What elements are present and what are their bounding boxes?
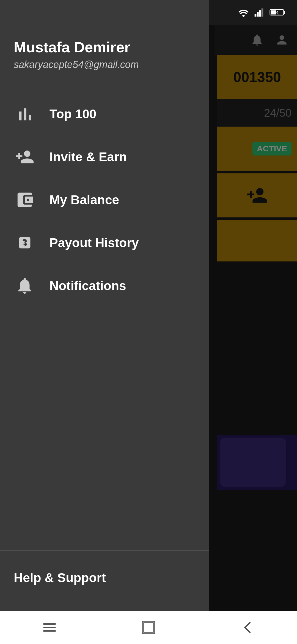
svg-text:₿: ₿ xyxy=(23,241,25,246)
svg-rect-3 xyxy=(262,8,263,17)
svg-rect-2 xyxy=(259,10,261,17)
menu-label-invite-earn: Invite & Earn xyxy=(50,149,127,164)
wallet-icon xyxy=(14,189,36,211)
menu-item-top100[interactable]: Top 100 xyxy=(0,92,209,135)
svg-rect-1 xyxy=(257,12,259,17)
bell-icon xyxy=(14,275,36,297)
square-icon xyxy=(140,619,157,636)
status-icons xyxy=(237,8,286,17)
help-support-label: Help & Support xyxy=(14,571,106,585)
menu-label-notifications: Notifications xyxy=(50,278,126,293)
wifi-icon xyxy=(237,8,250,17)
svg-marker-7 xyxy=(276,10,279,15)
bitcoin-icon: ₿ xyxy=(14,232,36,254)
svg-rect-6 xyxy=(271,10,276,15)
nav-home-button[interactable] xyxy=(132,616,165,638)
menu-label-my-balance: My Balance xyxy=(50,192,119,207)
nav-back-button[interactable] xyxy=(231,616,264,638)
svg-rect-5 xyxy=(284,11,285,14)
menu-label-payout-history: Payout History xyxy=(50,235,139,250)
battery-icon xyxy=(270,8,286,17)
user-email: sakaryacepte54@gmail.com xyxy=(14,59,195,70)
bar-chart-icon xyxy=(14,103,36,125)
menu-item-my-balance[interactable]: My Balance xyxy=(0,178,209,221)
hamburger-icon xyxy=(41,619,58,636)
navigation-drawer: Mustafa Demirer sakaryacepte54@gmail.com… xyxy=(0,0,209,644)
user-name: Mustafa Demirer xyxy=(14,39,195,56)
menu-divider xyxy=(0,550,209,551)
back-icon xyxy=(239,619,256,636)
signal-icon xyxy=(254,8,265,17)
menu-item-notifications[interactable]: Notifications xyxy=(0,264,209,307)
menu-label-top100: Top 100 xyxy=(50,107,96,121)
menu-list: Top 100 Invite & Earn My Balance xyxy=(0,87,209,548)
menu-item-help-support[interactable]: Help & Support xyxy=(0,556,209,599)
drawer-header: Mustafa Demirer sakaryacepte54@gmail.com xyxy=(0,0,209,87)
nav-menu-button[interactable] xyxy=(33,616,66,638)
svg-rect-0 xyxy=(255,14,257,17)
menu-item-invite-earn[interactable]: Invite & Earn xyxy=(0,135,209,178)
menu-item-payout-history[interactable]: ₿ Payout History xyxy=(0,221,209,264)
add-person-icon xyxy=(14,146,36,168)
nav-bar xyxy=(0,611,297,644)
